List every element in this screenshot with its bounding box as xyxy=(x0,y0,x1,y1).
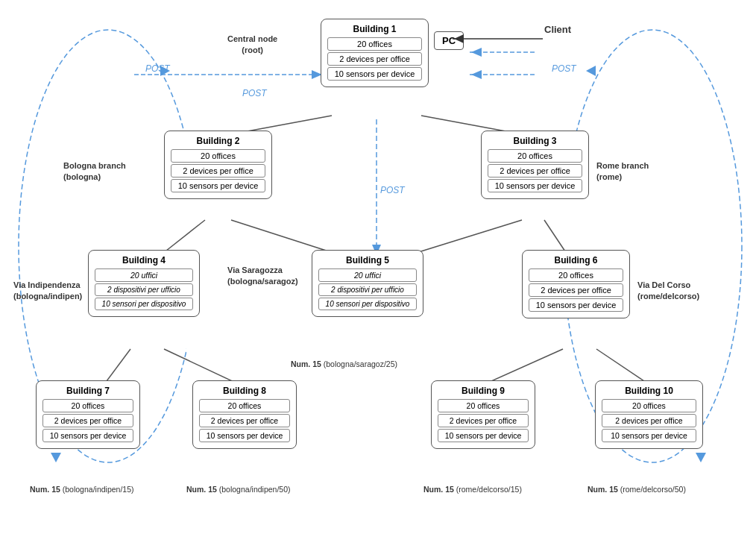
building-7-node: Building 7 20 offices 2 devices per offi… xyxy=(36,380,140,449)
building-4-node: Building 4 20 uffici 2 dispositivi per u… xyxy=(88,250,200,317)
b10-title: Building 10 xyxy=(602,386,696,396)
rome-branch-label: Rome branch(rome) xyxy=(596,160,649,183)
via-indipen-label: Via Indipendenza(bologna/indipen) xyxy=(13,280,82,303)
b1-offices: 20 offices xyxy=(327,37,422,51)
b4-devices: 2 dispositivi per ufficio xyxy=(95,283,193,296)
b2-sensors: 10 sensors per device xyxy=(171,179,265,192)
svg-line-7 xyxy=(164,349,239,384)
b5-devices: 2 dispositivi per ufficio xyxy=(318,283,417,296)
b8-offices: 20 offices xyxy=(199,399,290,412)
svg-line-3 xyxy=(231,220,336,254)
b9-offices: 20 offices xyxy=(438,399,529,412)
num-b5-label: Num. 15 (bologna/saragoz/25) xyxy=(291,359,397,368)
building-10-node: Building 10 20 offices 2 devices per off… xyxy=(595,380,703,449)
b9-devices: 2 devices per office xyxy=(438,414,529,427)
building-2-node: Building 2 20 offices 2 devices per offi… xyxy=(164,131,272,199)
b4-sensors: 10 sensori per dispositivo xyxy=(95,298,193,310)
svg-line-8 xyxy=(485,349,563,384)
b6-devices: 2 devices per office xyxy=(529,283,623,297)
post-label-vertical: POST xyxy=(380,185,405,195)
svg-marker-17 xyxy=(696,453,706,462)
b4-title: Building 4 xyxy=(95,255,193,266)
b8-devices: 2 devices per office xyxy=(199,414,290,427)
b10-devices: 2 devices per office xyxy=(602,414,696,427)
building-1-node: Building 1 20 offices 2 devices per offi… xyxy=(321,19,429,87)
b7-offices: 20 offices xyxy=(42,399,133,412)
svg-marker-23 xyxy=(471,48,482,57)
post-label-left2: POST xyxy=(242,88,267,98)
b7-title: Building 7 xyxy=(42,386,133,396)
b5-offices: 20 uffici xyxy=(318,268,417,282)
b2-offices: 20 offices xyxy=(171,149,265,163)
b7-devices: 2 devices per office xyxy=(42,414,133,427)
svg-line-2 xyxy=(163,220,205,254)
bologna-branch-label: Bologna branch(bologna) xyxy=(63,160,126,183)
num-b7-label: Num. 15 (bologna/indipen/15) xyxy=(30,485,134,494)
svg-line-4 xyxy=(414,220,522,254)
diagram: Central node(root) Building 1 20 offices… xyxy=(0,0,756,534)
num-b10-label: Num. 15 (rome/delcorso/50) xyxy=(588,485,686,494)
svg-line-9 xyxy=(596,349,649,384)
building-6-node: Building 6 20 offices 2 devices per offi… xyxy=(522,250,630,318)
b1-devices: 2 devices per office xyxy=(327,52,422,66)
num-b8-label: Num. 15 (bologna/indipen/50) xyxy=(186,485,291,494)
b3-sensors: 10 sensors per device xyxy=(488,179,582,192)
b9-title: Building 9 xyxy=(438,386,529,396)
b5-title: Building 5 xyxy=(318,255,417,266)
b3-devices: 2 devices per office xyxy=(488,164,582,178)
client-label: Client xyxy=(544,24,571,35)
b7-sensors: 10 sensors per device xyxy=(42,429,133,442)
b6-title: Building 6 xyxy=(529,255,623,266)
svg-marker-15 xyxy=(51,453,61,462)
building-3-node: Building 3 20 offices 2 devices per offi… xyxy=(481,131,589,199)
post-label-left: POST xyxy=(145,63,170,74)
num-b9-label: Num. 15 (rome/delcorso/15) xyxy=(423,485,522,494)
via-saragoz-label: Via Saragozza(bologna/saragoz) xyxy=(227,265,298,288)
b6-sensors: 10 sensors per device xyxy=(529,298,623,312)
b9-sensors: 10 sensors per device xyxy=(438,429,529,442)
b4-offices: 20 uffici xyxy=(95,268,193,282)
b10-sensors: 10 sensors per device xyxy=(602,429,696,442)
pc-box: PC xyxy=(434,31,464,50)
b2-title: Building 2 xyxy=(171,136,265,146)
svg-marker-25 xyxy=(471,70,482,79)
building-5-node: Building 5 20 uffici 2 dispositivi per u… xyxy=(312,250,423,317)
b8-title: Building 8 xyxy=(199,386,290,396)
post-label-right: POST xyxy=(552,63,576,74)
b2-devices: 2 devices per office xyxy=(171,164,265,178)
b6-offices: 20 offices xyxy=(529,268,623,282)
b8-sensors: 10 sensors per device xyxy=(199,429,290,442)
b3-offices: 20 offices xyxy=(488,149,582,163)
building-9-node: Building 9 20 offices 2 devices per offi… xyxy=(431,380,535,449)
b3-title: Building 3 xyxy=(488,136,582,146)
svg-marker-16 xyxy=(586,66,596,76)
via-delcorso-label: Via Del Corso(rome/delcorso) xyxy=(637,280,699,303)
svg-line-5 xyxy=(544,220,567,254)
b1-sensors: 10 sensors per device xyxy=(327,67,422,81)
b1-title: Building 1 xyxy=(327,24,422,34)
central-node-label: Central node(root) xyxy=(227,34,277,57)
svg-line-6 xyxy=(104,349,130,384)
b10-offices: 20 offices xyxy=(602,399,696,412)
b5-sensors: 10 sensori per dispositivo xyxy=(318,298,417,310)
building-8-node: Building 8 20 offices 2 devices per offi… xyxy=(192,380,297,449)
